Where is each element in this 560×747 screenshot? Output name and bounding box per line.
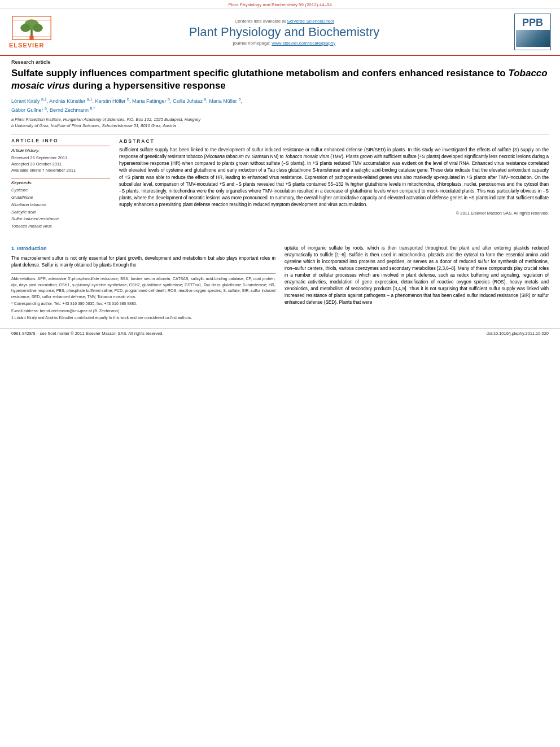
keywords-block: Keywords: Cysteine Glutathione Nicotiana… (11, 178, 110, 230)
svg-rect-0 (29, 36, 33, 40)
keywords-list: Cysteine Glutathione Nicotiana tabacum S… (11, 187, 110, 230)
footer-doi: doi:10.1016/j.plaphy.2011.10.020 (487, 331, 549, 336)
footnote-corresponding: * Corresponding author. Tel.: +43 316 38… (11, 301, 275, 307)
accepted-date: Accepted 28 October 2011 (11, 161, 110, 167)
article-info-heading: ARTICLE INFO (11, 138, 110, 143)
intro-heading: 1. Introduction (11, 245, 275, 252)
page: Plant Physiology and Biochemistry 59 (20… (0, 0, 560, 747)
affiliation-a: a Plant Protection Institute, Hungarian … (11, 117, 200, 122)
keyword-2: Glutathione (11, 194, 110, 202)
available-date: Available online 7 November 2011 (11, 167, 110, 173)
abstract-column: ABSTRACT Sufficient sulfate supply has b… (119, 138, 549, 235)
keywords-title: Keywords: (11, 180, 110, 185)
journal-header: ELSEVIER Contents lists available at Sci… (0, 9, 560, 56)
elsevier-wordmark: ELSEVIER (9, 42, 44, 49)
article-history-block: Article history: Received 26 September 2… (11, 146, 110, 174)
sciverse-link[interactable]: SciVerse ScienceDirect (287, 19, 334, 24)
journal-citation: Plant Physiology and Biochemistry 59 (20… (228, 2, 332, 7)
elsevier-tree-icon (9, 15, 54, 41)
journal-url-link[interactable]: www.elsevier.com/locate/plaphy (272, 41, 335, 46)
journal-citation-bar: Plant Physiology and Biochemistry 59 (20… (0, 0, 560, 9)
abstract-copyright: © 2011 Elsevier Masson SAS. All rights r… (119, 211, 549, 217)
header-divider (11, 134, 549, 134)
ppb-abbreviation: PPB (522, 17, 543, 29)
abstract-heading: ABSTRACT (119, 138, 549, 145)
page-footer: 0981-8428/$ – see front matter © 2011 El… (0, 328, 560, 338)
affiliation-b: b University of Graz, Institute of Plant… (11, 123, 176, 128)
footnote-email: E-mail address: bernd.zechmann@uni-graz.… (11, 308, 275, 314)
journal-center-info: Contents lists available at SciVerse Sci… (54, 19, 514, 46)
ppb-cover-image (516, 30, 550, 47)
authors-list: Lóránt Király a,1, András Künstler a,1, … (11, 97, 549, 114)
intro-para1: The macroelement sulfur is not only esse… (11, 255, 275, 269)
body-two-col: 1. Introduction The macroelement sulfur … (11, 245, 549, 322)
footer-issn: 0981-8428/$ – see front matter © 2011 El… (11, 331, 163, 336)
body-section: 1. Introduction The macroelement sulfur … (0, 241, 560, 328)
keyword-6: Tobacco mosaic virus (11, 223, 110, 230)
keyword-5: Sulfur induced resistance (11, 216, 110, 223)
body-right-col: uptake of inorganic sulfate by roots, wh… (285, 245, 549, 322)
abstract-text: Sufficient sulfate supply has been linke… (119, 147, 549, 208)
body-left-col: 1. Introduction The macroelement sulfur … (11, 245, 275, 322)
article-info-column: ARTICLE INFO Article history: Received 2… (11, 138, 110, 235)
footnote-equal-contrib: 1 Lóránt Király and András Künstler cont… (11, 315, 275, 321)
received-date: Received 26 September 2011 (11, 155, 110, 161)
svg-point-4 (33, 24, 43, 32)
journal-title: Plant Physiology and Biochemistry (54, 25, 514, 40)
article-type: Research article (11, 59, 549, 65)
footnote-abbreviations: Abbreviations: APR, adenosine 5′-phospho… (11, 276, 275, 300)
sciverse-line: Contents lists available at SciVerse Sci… (54, 19, 514, 24)
history-title: Article history: (11, 148, 110, 153)
ppb-logo-box: PPB (514, 14, 551, 50)
article-content: Research article Sulfate supply influenc… (0, 56, 560, 241)
svg-point-3 (20, 24, 30, 32)
article-title: Sulfate supply influences compartment sp… (11, 67, 549, 92)
affiliations: a Plant Protection Institute, Hungarian … (11, 116, 549, 129)
keyword-3: Nicotiana tabacum (11, 202, 110, 209)
keyword-4: Salicylic acid (11, 209, 110, 216)
footnotes-section: Abbreviations: APR, adenosine 5′-phospho… (11, 273, 275, 321)
elsevier-logo: ELSEVIER (9, 15, 54, 49)
keyword-1: Cysteine (11, 187, 110, 194)
journal-url: journal homepage: www.elsevier.com/locat… (54, 41, 514, 46)
article-meta-section: ARTICLE INFO Article history: Received 2… (11, 138, 549, 235)
intro-para2: uptake of inorganic sulfate by roots, wh… (285, 245, 549, 306)
